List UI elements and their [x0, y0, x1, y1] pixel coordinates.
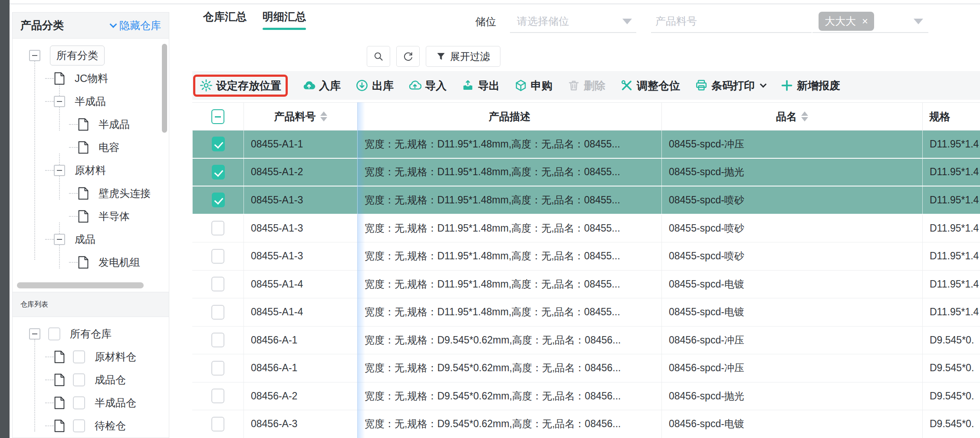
- file-icon[interactable]: [54, 373, 65, 386]
- tree-item-2[interactable]: 成品仓: [13, 368, 169, 391]
- toolbar-button-cloud-upload-filled[interactable]: 入库: [303, 78, 341, 93]
- select-all-checkbox[interactable]: [211, 109, 224, 124]
- sidebar: 产品分类 隐藏仓库 所有分类 JC物料 半成品 半成品 电容: [12, 12, 169, 438]
- table-row-6[interactable]: 08455-A1-4 宽度：无,规格：D11.95*1.48mm,高度：无,品名…: [192, 298, 980, 327]
- tree-item-0[interactable]: 所有分类: [13, 44, 169, 67]
- cell-name: 08456-spcd-冲压: [661, 354, 922, 382]
- tree-item-4[interactable]: 待检仓: [13, 414, 169, 437]
- sidebar-horizontal-scrollbar[interactable]: [17, 282, 144, 288]
- tree-checkbox[interactable]: [73, 350, 85, 363]
- tree-checkbox[interactable]: [73, 373, 85, 386]
- file-icon[interactable]: [78, 141, 89, 154]
- file-icon[interactable]: [54, 396, 65, 409]
- table-row-2[interactable]: 08455-A1-3 宽度：无,规格：D11.95*1.48mm,高度：无,品名…: [192, 186, 980, 215]
- toolbar-button-trash[interactable]: 删除: [567, 78, 605, 93]
- table-row-1[interactable]: 08455-A1-2 宽度：无,规格：D11.95*1.48mm,高度：无,品名…: [192, 159, 980, 187]
- file-icon[interactable]: [78, 187, 89, 200]
- row-checkbox[interactable]: [211, 361, 224, 376]
- toolbar-button-plus[interactable]: 新增报废: [780, 78, 840, 93]
- tree-connector: [45, 356, 54, 357]
- tree-checkbox[interactable]: [73, 396, 85, 409]
- cell-description: 宽度：无,规格：D9.545*0.62mm,高度：无,品名：08456...: [357, 354, 661, 382]
- toolbar-button-export-tray[interactable]: 导出: [461, 78, 500, 93]
- refresh-button[interactable]: [396, 46, 420, 67]
- tree-item-7[interactable]: 半导体: [13, 205, 169, 228]
- column-header-part-no[interactable]: 产品料号: [243, 103, 357, 130]
- storage-select[interactable]: 请选择储位: [510, 10, 636, 33]
- row-checkbox-cell: [192, 159, 243, 186]
- toolbar-button-circle-down-arrow[interactable]: 出库: [355, 78, 394, 93]
- toolbar-button-cloud-upload-outline[interactable]: 导入: [408, 78, 447, 93]
- tree-item-5[interactable]: 原材料: [13, 159, 169, 182]
- toolbar-button-tools[interactable]: 调整仓位: [620, 78, 680, 93]
- file-icon[interactable]: [54, 350, 65, 363]
- row-checkbox[interactable]: [211, 389, 224, 403]
- tree-item-4[interactable]: 电容: [13, 136, 169, 159]
- file-icon[interactable]: [54, 72, 65, 85]
- cell-description: 宽度：无,规格：D11.95*1.48mm,高度：无,品名：08455...: [357, 298, 661, 326]
- tree-item-3[interactable]: 半成品: [13, 113, 169, 136]
- sidebar-vertical-scrollbar[interactable]: [162, 44, 167, 133]
- table-row-10[interactable]: 08456-A-3 宽度：无,规格：D9.545*0.62mm,高度：无,品名：…: [192, 410, 980, 438]
- toolbar-button-printer[interactable]: 条码打印: [695, 78, 766, 93]
- tree-item-6[interactable]: 壁虎头连接: [13, 182, 169, 205]
- tree-item-1[interactable]: JC物料: [13, 67, 169, 90]
- table-row-4[interactable]: 08455-A1-3 宽度：无,规格：D11.95*1.48mm,高度：无,品名…: [192, 242, 980, 271]
- tree-item-1[interactable]: 原材料仓: [13, 345, 169, 368]
- tree-item-2[interactable]: 半成品: [13, 90, 169, 113]
- table-row-9[interactable]: 08456-A-2 宽度：无,规格：D9.545*0.62mm,高度：无,品名：…: [192, 382, 980, 411]
- tag-multiselect[interactable]: 大大大 ×: [812, 10, 928, 33]
- tab-detail-summary[interactable]: 明细汇总: [263, 10, 306, 24]
- cell-name: 08455-spcd-抛光: [661, 159, 922, 186]
- table-row-7[interactable]: 08456-A-1 宽度：无,规格：D9.545*0.62mm,高度：无,品名：…: [192, 327, 980, 355]
- sort-icon[interactable]: [801, 111, 808, 121]
- export-tray-icon: [461, 79, 474, 92]
- sort-icon[interactable]: [320, 111, 327, 121]
- tree-expander-icon[interactable]: [54, 165, 65, 176]
- part-no-input[interactable]: 产品料号: [651, 10, 812, 33]
- category-panel-title: 产品分类: [20, 18, 64, 33]
- tree-expander-icon[interactable]: [29, 328, 40, 340]
- file-icon[interactable]: [78, 210, 89, 223]
- search-button[interactable]: [367, 46, 390, 67]
- file-icon[interactable]: [78, 118, 89, 131]
- tree-item-label: JC物料: [75, 72, 108, 85]
- tree-item-3[interactable]: 半成品仓: [13, 391, 169, 414]
- expand-filter-button[interactable]: 展开过滤: [426, 46, 500, 67]
- table-row-8[interactable]: 08456-A-1 宽度：无,规格：D9.545*0.62mm,高度：无,品名：…: [192, 354, 980, 382]
- cell-spec: D11.95*1.4: [922, 215, 980, 242]
- hide-warehouse-link[interactable]: 隐藏仓库: [111, 19, 161, 33]
- tab-warehouse-summary[interactable]: 仓库汇总: [203, 10, 247, 24]
- tree-expander-icon[interactable]: [29, 50, 40, 61]
- row-checkbox[interactable]: [211, 417, 224, 431]
- table-row-5[interactable]: 08455-A1-4 宽度：无,规格：D11.95*1.48mm,高度：无,品名…: [192, 271, 980, 299]
- tree-expander-icon[interactable]: [54, 234, 65, 245]
- toolbar-button-gear[interactable]: 设定存放位置: [200, 78, 281, 93]
- table-row-0[interactable]: 08455-A1-1 宽度：无,规格：D11.95*1.48mm,高度：无,品名…: [192, 131, 980, 159]
- table-row-3[interactable]: 08455-A1-3 宽度：无,规格：D11.95*1.48mm,高度：无,品名…: [192, 215, 980, 243]
- row-checkbox[interactable]: [211, 333, 224, 347]
- tree-item-8[interactable]: 成品: [13, 228, 169, 251]
- column-header-name[interactable]: 品名: [661, 103, 922, 130]
- row-checkbox[interactable]: [212, 193, 225, 207]
- tree-expander-icon[interactable]: [54, 96, 65, 107]
- row-checkbox[interactable]: [211, 249, 224, 264]
- tree-item-0[interactable]: 所有仓库: [13, 322, 169, 345]
- file-icon[interactable]: [54, 419, 65, 432]
- tree-item-9[interactable]: 发电机组: [13, 251, 169, 274]
- tree-checkbox[interactable]: [48, 327, 60, 340]
- row-checkbox-cell: [192, 298, 243, 326]
- row-checkbox[interactable]: [212, 137, 225, 151]
- cell-spec: D11.95*1.4: [922, 159, 980, 186]
- row-checkbox[interactable]: [211, 277, 224, 291]
- cell-spec: D9.545*0.: [922, 382, 980, 410]
- file-icon[interactable]: [78, 256, 89, 269]
- inventory-table: 产品料号 产品描述 品名 规格 08455-A1-1 宽度：无,规格：D11.9…: [192, 102, 980, 438]
- row-checkbox[interactable]: [212, 165, 225, 180]
- tag-remove-icon[interactable]: ×: [862, 15, 868, 27]
- tree-checkbox[interactable]: [73, 419, 85, 432]
- row-checkbox[interactable]: [211, 221, 224, 235]
- toolbar-button-cube[interactable]: 申购: [514, 78, 552, 93]
- tree-connector: [45, 101, 54, 102]
- row-checkbox[interactable]: [211, 305, 224, 320]
